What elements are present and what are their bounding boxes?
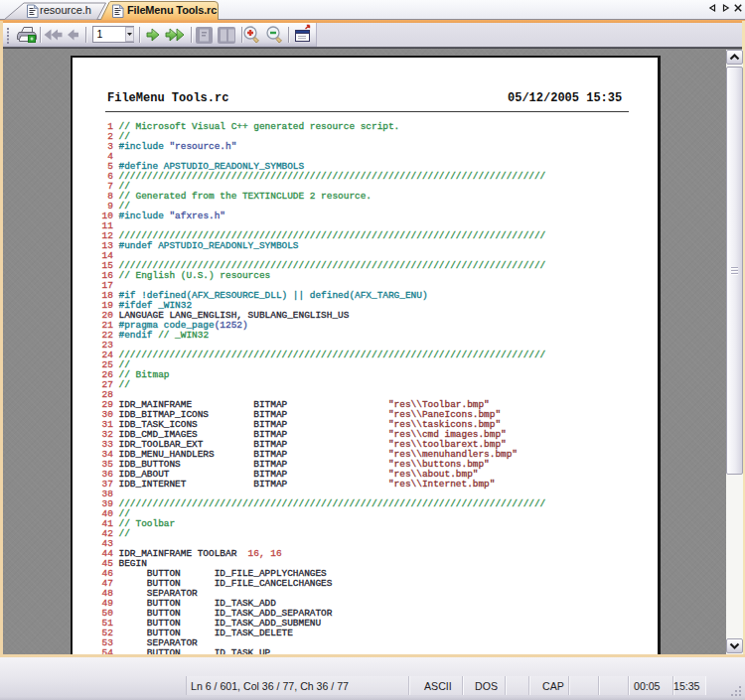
svg-text:1: 1	[97, 28, 103, 40]
